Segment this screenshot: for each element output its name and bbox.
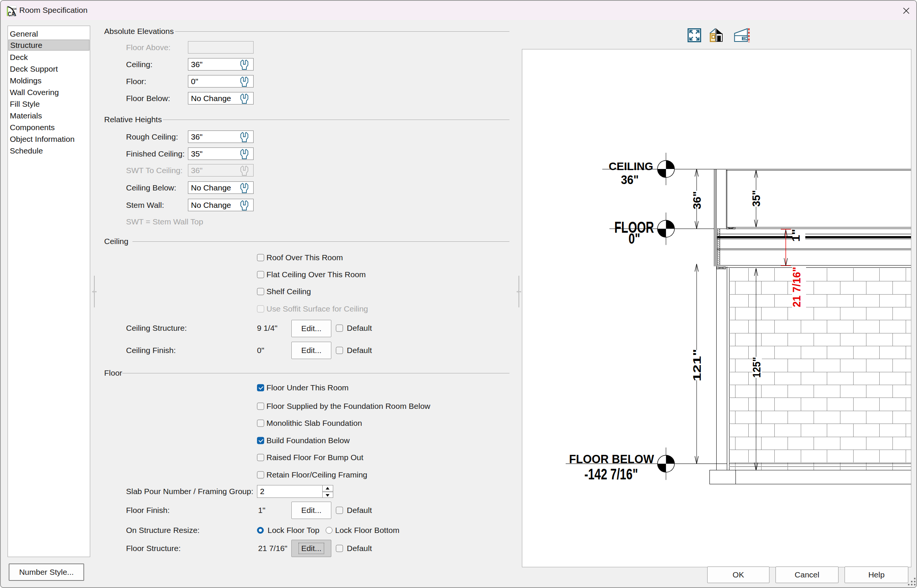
svg-text:FLOOR BELOW: FLOOR BELOW: [569, 452, 654, 466]
svg-text:21 7/16": 21 7/16": [790, 267, 803, 307]
svg-text:36": 36": [621, 172, 639, 187]
svg-text:1": 1": [789, 229, 802, 242]
svg-text:35": 35": [750, 190, 762, 207]
svg-text:-142 7/16": -142 7/16": [585, 465, 638, 483]
svg-text:X16: X16: [12, 8, 16, 10]
svg-text:CEILING: CEILING: [609, 160, 653, 172]
svg-text:36": 36": [691, 191, 703, 209]
svg-text:125": 125": [750, 357, 763, 378]
svg-text:CA: CA: [8, 11, 15, 16]
svg-text:121": 121": [691, 349, 703, 381]
svg-text:0": 0": [629, 231, 640, 247]
